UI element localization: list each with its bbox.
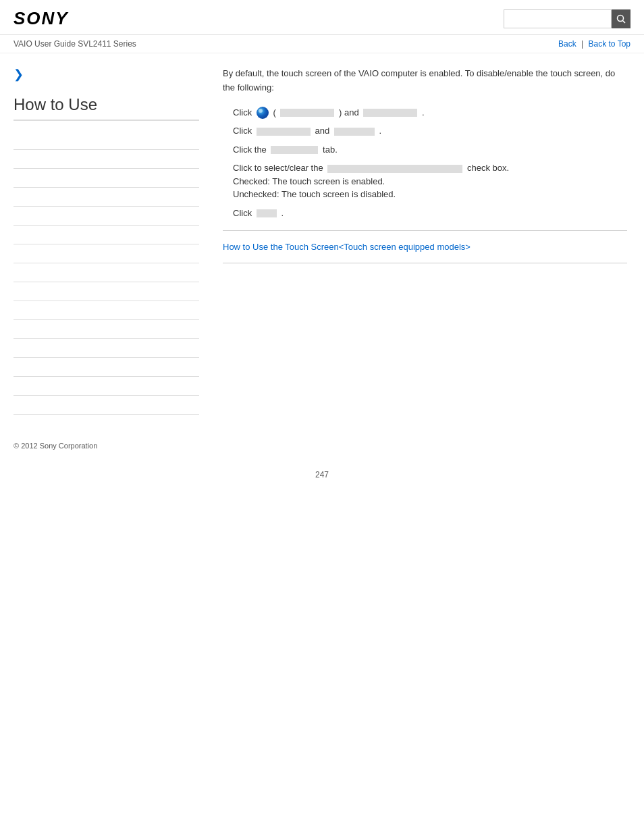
list-item[interactable]	[14, 301, 199, 320]
step1-paren-open: (	[273, 107, 275, 118]
main-content: By default, the touch screen of the VAIO…	[209, 53, 644, 428]
list-item[interactable]	[14, 150, 199, 169]
divider-2	[223, 263, 627, 263]
list-item[interactable]	[14, 188, 199, 207]
list-item[interactable]	[14, 263, 199, 282]
navbar: VAIO User Guide SVL2411 Series Back | Ba…	[0, 35, 644, 53]
step3-blank	[271, 146, 318, 154]
list-item[interactable]	[14, 207, 199, 226]
sidebar-arrow[interactable]: ❯	[14, 67, 199, 82]
step-3: Click the tab.	[223, 143, 627, 157]
step4-unchecked: Unchecked: The touch screen is disabled.	[233, 189, 396, 199]
back-to-top-link[interactable]: Back to Top	[589, 39, 630, 49]
sidebar-section-title: How to Use	[14, 95, 199, 121]
sony-logo: SONY	[14, 8, 69, 29]
sidebar: ❯ How to Use	[0, 53, 209, 428]
page-number: 247	[0, 463, 644, 486]
link-section: How to Use the Touch Screen<Touch screen…	[223, 242, 627, 252]
step4-checkbox: check box.	[467, 163, 509, 173]
list-item[interactable]	[14, 396, 199, 415]
intro-text: By default, the touch screen of the VAIO…	[223, 67, 627, 95]
svg-line-1	[623, 20, 626, 23]
touch-screen-link[interactable]: How to Use the Touch Screen<Touch screen…	[223, 242, 471, 252]
list-item[interactable]	[14, 131, 199, 150]
step1-blank2	[363, 109, 417, 117]
step-4: Click to select/clear the check box. Che…	[223, 161, 627, 201]
list-item[interactable]	[14, 244, 199, 263]
list-item[interactable]	[14, 339, 199, 358]
list-item[interactable]	[14, 358, 199, 377]
divider-1	[223, 230, 627, 231]
step1-prefix: Click	[233, 107, 252, 118]
step-1: Click ( ) and .	[223, 106, 627, 120]
step2-blank1	[257, 128, 311, 136]
guide-title: VAIO User Guide SVL2411 Series	[14, 39, 136, 49]
step5-prefix: Click	[233, 208, 252, 218]
back-link[interactable]: Back	[558, 39, 576, 49]
search-box	[504, 9, 630, 28]
steps-list: Click ( ) and . Click and . Click the	[223, 106, 627, 220]
step2-blank2	[334, 128, 375, 136]
step3-tab: tab.	[323, 145, 338, 155]
step4-prefix: Click to select/clear the	[233, 163, 323, 173]
step4-blank	[327, 165, 462, 173]
nav-separator: |	[581, 39, 583, 49]
page-header: SONY	[0, 0, 644, 35]
search-input[interactable]	[504, 9, 612, 28]
windows-start-icon	[257, 107, 269, 119]
step4-checked: Checked: The touch screen is enabled.	[233, 176, 385, 186]
list-item[interactable]	[14, 377, 199, 396]
step2-period: .	[379, 126, 381, 136]
step1-and: ) and	[339, 107, 359, 118]
list-item[interactable]	[14, 282, 199, 301]
step2-prefix: Click	[233, 126, 252, 136]
footer: © 2012 Sony Corporation	[0, 428, 644, 463]
step1-blank1	[280, 109, 334, 117]
step-5: Click .	[223, 207, 627, 220]
svg-point-0	[618, 15, 624, 21]
list-item[interactable]	[14, 226, 199, 244]
content-area: ❯ How to Use By default, the touch scree…	[0, 53, 644, 428]
search-button[interactable]	[612, 9, 630, 28]
step1-period: .	[422, 107, 425, 118]
sidebar-items	[14, 131, 199, 415]
list-item[interactable]	[14, 320, 199, 339]
step5-period: .	[281, 208, 284, 218]
step2-and: and	[315, 126, 329, 136]
copyright-text: © 2012 Sony Corporation	[14, 442, 97, 450]
nav-links: Back | Back to Top	[558, 39, 630, 49]
search-icon	[616, 14, 626, 24]
step3-prefix: Click the	[233, 145, 267, 155]
step-2: Click and .	[223, 124, 627, 138]
step5-blank	[257, 209, 277, 217]
list-item[interactable]	[14, 169, 199, 188]
